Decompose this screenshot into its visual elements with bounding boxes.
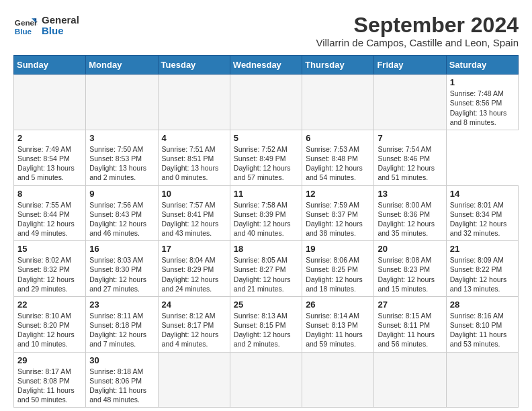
- day-number: 17: [162, 244, 226, 254]
- page-title: September 2024: [316, 13, 519, 37]
- calendar-day-cell: 17Sunrise: 8:04 AMSunset: 8:29 PMDayligh…: [158, 241, 230, 297]
- day-info: Sunrise: 8:16 AMSunset: 8:10 PMDaylight:…: [450, 311, 515, 349]
- day-info: Sunrise: 8:08 AMSunset: 8:23 PMDaylight:…: [378, 255, 442, 293]
- day-info: Sunrise: 7:54 AMSunset: 8:46 PMDaylight:…: [378, 144, 442, 183]
- day-info: Sunrise: 7:56 AMSunset: 8:43 PMDaylight:…: [89, 200, 154, 238]
- day-number: 5: [234, 133, 298, 143]
- calendar-day-cell: [302, 352, 374, 408]
- calendar-day-cell: 6Sunrise: 7:53 AMSunset: 8:48 PMDaylight…: [302, 130, 374, 185]
- calendar-header-wednesday: Wednesday: [230, 56, 302, 75]
- calendar-header-friday: Friday: [374, 56, 446, 75]
- day-number: 14: [450, 189, 515, 199]
- day-info: Sunrise: 8:02 AMSunset: 8:32 PMDaylight:…: [17, 255, 82, 293]
- calendar-day-cell: 24Sunrise: 8:12 AMSunset: 8:17 PMDayligh…: [158, 296, 230, 352]
- day-info: Sunrise: 8:05 AMSunset: 8:27 PMDaylight:…: [234, 255, 298, 293]
- day-info: Sunrise: 8:04 AMSunset: 8:29 PMDaylight:…: [162, 255, 226, 293]
- calendar-day-cell: 9Sunrise: 7:56 AMSunset: 8:43 PMDaylight…: [86, 185, 158, 241]
- day-number: 1: [450, 77, 515, 87]
- day-info: Sunrise: 8:01 AMSunset: 8:34 PMDaylight:…: [450, 200, 515, 238]
- day-info: Sunrise: 8:15 AMSunset: 8:11 PMDaylight:…: [378, 311, 442, 349]
- calendar-table: SundayMondayTuesdayWednesdayThursdayFrid…: [13, 55, 519, 408]
- calendar-day-cell: [158, 75, 230, 130]
- calendar-day-cell: 22Sunrise: 8:10 AMSunset: 8:20 PMDayligh…: [14, 296, 86, 352]
- day-info: Sunrise: 8:11 AMSunset: 8:18 PMDaylight:…: [89, 311, 154, 349]
- day-number: 29: [17, 355, 82, 365]
- page-header: General Blue General Blue September 2024…: [13, 13, 519, 48]
- calendar-day-cell: 29Sunrise: 8:17 AMSunset: 8:08 PMDayligh…: [14, 352, 86, 408]
- day-number: 13: [378, 189, 442, 199]
- calendar-day-cell: 3Sunrise: 7:50 AMSunset: 8:53 PMDaylight…: [86, 130, 158, 185]
- day-info: Sunrise: 7:58 AMSunset: 8:39 PMDaylight:…: [234, 200, 298, 238]
- calendar-day-cell: 5Sunrise: 7:52 AMSunset: 8:49 PMDaylight…: [230, 130, 302, 185]
- calendar-day-cell: 18Sunrise: 8:05 AMSunset: 8:27 PMDayligh…: [230, 241, 302, 297]
- calendar-day-cell: 27Sunrise: 8:15 AMSunset: 8:11 PMDayligh…: [374, 296, 446, 352]
- calendar-week-row: 15Sunrise: 8:02 AMSunset: 8:32 PMDayligh…: [14, 241, 519, 297]
- calendar-day-cell: 28Sunrise: 8:16 AMSunset: 8:10 PMDayligh…: [446, 296, 518, 352]
- calendar-day-cell: [14, 75, 86, 130]
- calendar-day-cell: [230, 352, 302, 408]
- day-info: Sunrise: 7:52 AMSunset: 8:49 PMDaylight:…: [234, 144, 298, 183]
- calendar-header-sunday: Sunday: [14, 56, 86, 75]
- day-number: 27: [378, 300, 442, 310]
- calendar-week-row: 29Sunrise: 8:17 AMSunset: 8:08 PMDayligh…: [14, 352, 519, 408]
- calendar-header-monday: Monday: [86, 56, 158, 75]
- day-info: Sunrise: 7:53 AMSunset: 8:48 PMDaylight:…: [306, 144, 370, 183]
- day-number: 28: [450, 300, 515, 310]
- calendar-day-cell: 12Sunrise: 7:59 AMSunset: 8:37 PMDayligh…: [302, 185, 374, 241]
- day-number: 3: [89, 133, 154, 143]
- calendar-day-cell: 20Sunrise: 8:08 AMSunset: 8:23 PMDayligh…: [374, 241, 446, 297]
- day-number: 9: [89, 189, 154, 199]
- calendar-week-row: 8Sunrise: 7:55 AMSunset: 8:44 PMDaylight…: [14, 185, 519, 241]
- calendar-day-cell: 2Sunrise: 7:49 AMSunset: 8:54 PMDaylight…: [14, 130, 86, 185]
- calendar-day-cell: 14Sunrise: 8:01 AMSunset: 8:34 PMDayligh…: [446, 185, 518, 241]
- day-info: Sunrise: 8:00 AMSunset: 8:36 PMDaylight:…: [378, 200, 442, 238]
- day-number: 7: [378, 133, 442, 143]
- day-info: Sunrise: 7:51 AMSunset: 8:51 PMDaylight:…: [162, 144, 226, 183]
- calendar-header-row: SundayMondayTuesdayWednesdayThursdayFrid…: [14, 56, 519, 75]
- day-number: 12: [306, 189, 370, 199]
- calendar-day-cell: 13Sunrise: 8:00 AMSunset: 8:36 PMDayligh…: [374, 185, 446, 241]
- calendar-day-cell: 1Sunrise: 7:48 AMSunset: 8:56 PMDaylight…: [446, 75, 518, 130]
- day-number: 24: [162, 300, 226, 310]
- day-number: 30: [89, 355, 154, 365]
- calendar-day-cell: 21Sunrise: 8:09 AMSunset: 8:22 PMDayligh…: [446, 241, 518, 297]
- day-info: Sunrise: 8:13 AMSunset: 8:15 PMDaylight:…: [234, 311, 298, 349]
- calendar-day-cell: [374, 75, 446, 130]
- calendar-week-row: 1Sunrise: 7:48 AMSunset: 8:56 PMDaylight…: [14, 75, 519, 130]
- logo: General Blue General Blue: [13, 13, 79, 38]
- day-info: Sunrise: 7:50 AMSunset: 8:53 PMDaylight:…: [89, 144, 154, 183]
- calendar-day-cell: 26Sunrise: 8:14 AMSunset: 8:13 PMDayligh…: [302, 296, 374, 352]
- calendar-day-cell: 16Sunrise: 8:03 AMSunset: 8:30 PMDayligh…: [86, 241, 158, 297]
- calendar-header-saturday: Saturday: [446, 56, 518, 75]
- calendar-week-row: 22Sunrise: 8:10 AMSunset: 8:20 PMDayligh…: [14, 296, 519, 352]
- calendar-day-cell: [158, 352, 230, 408]
- calendar-day-cell: 11Sunrise: 7:58 AMSunset: 8:39 PMDayligh…: [230, 185, 302, 241]
- day-info: Sunrise: 7:57 AMSunset: 8:41 PMDaylight:…: [162, 200, 226, 238]
- calendar-day-cell: [446, 352, 518, 408]
- calendar-day-cell: 25Sunrise: 8:13 AMSunset: 8:15 PMDayligh…: [230, 296, 302, 352]
- day-number: 23: [89, 300, 154, 310]
- day-number: 26: [306, 300, 370, 310]
- day-number: 4: [162, 133, 226, 143]
- calendar-day-cell: [374, 352, 446, 408]
- day-info: Sunrise: 8:18 AMSunset: 8:06 PMDaylight:…: [89, 367, 154, 405]
- calendar-day-cell: 30Sunrise: 8:18 AMSunset: 8:06 PMDayligh…: [86, 352, 158, 408]
- day-info: Sunrise: 8:06 AMSunset: 8:25 PMDaylight:…: [306, 255, 370, 293]
- svg-text:Blue: Blue: [15, 27, 32, 36]
- day-number: 25: [234, 300, 298, 310]
- day-info: Sunrise: 8:17 AMSunset: 8:08 PMDaylight:…: [17, 367, 82, 405]
- calendar-week-row: 2Sunrise: 7:49 AMSunset: 8:54 PMDaylight…: [14, 130, 519, 185]
- calendar-day-cell: 7Sunrise: 7:54 AMSunset: 8:46 PMDaylight…: [374, 130, 446, 185]
- day-number: 21: [450, 244, 515, 254]
- calendar-day-cell: 4Sunrise: 7:51 AMSunset: 8:51 PMDaylight…: [158, 130, 230, 185]
- day-number: 2: [17, 133, 82, 143]
- calendar-day-cell: 10Sunrise: 7:57 AMSunset: 8:41 PMDayligh…: [158, 185, 230, 241]
- calendar-header-thursday: Thursday: [302, 56, 374, 75]
- day-number: 22: [17, 300, 82, 310]
- day-number: 18: [234, 244, 298, 254]
- day-number: 8: [17, 189, 82, 199]
- day-number: 10: [162, 189, 226, 199]
- calendar-day-cell: [302, 75, 374, 130]
- calendar-day-cell: [86, 75, 158, 130]
- calendar-day-cell: 19Sunrise: 8:06 AMSunset: 8:25 PMDayligh…: [302, 241, 374, 297]
